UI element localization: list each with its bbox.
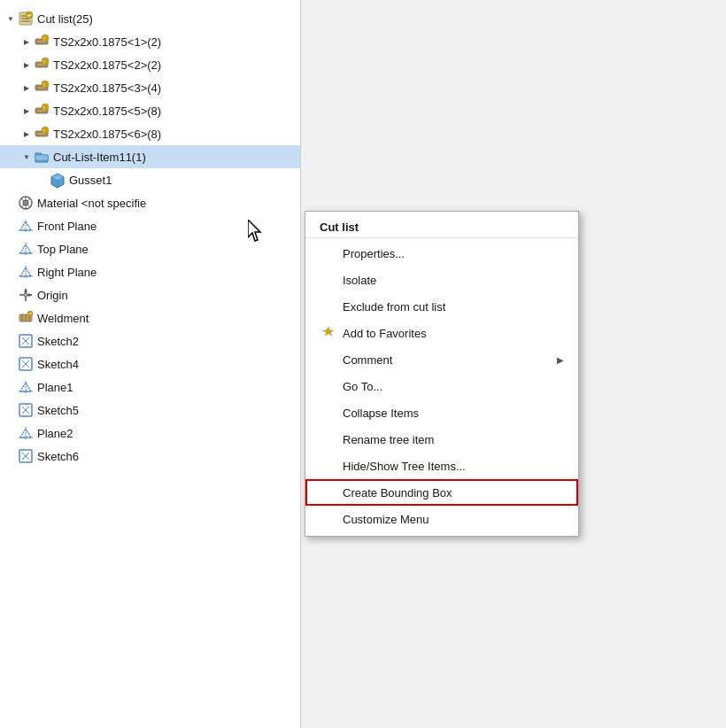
svg-line-34 xyxy=(27,205,30,207)
tree-item-label: Origin xyxy=(37,289,68,302)
expand-arrow xyxy=(5,267,16,277)
tube-icon: ! xyxy=(34,80,50,96)
menu-item-label: Create Bounding Box xyxy=(343,486,564,500)
tree-item-label: Sketch6 xyxy=(37,450,79,463)
tree-item-front-plane[interactable]: Front Plane xyxy=(0,214,300,237)
tree-item-label: TS2x2x0.1875<2>(2) xyxy=(53,58,161,72)
tree-item-material[interactable]: Material <not specifie xyxy=(0,191,300,214)
tree-item-ts3[interactable]: ▶ ! TS2x2x0.1875<3>(4) xyxy=(0,76,300,99)
tree-item-cutitem11[interactable]: ▼ Cut-List-Item11(1) xyxy=(0,145,300,168)
svg-line-31 xyxy=(27,198,30,201)
weldment-icon xyxy=(18,310,34,326)
expand-arrow[interactable]: ▼ xyxy=(5,13,16,24)
tree-item-label: Front Plane xyxy=(37,220,97,233)
tree-item-plane1[interactable]: Plane1 xyxy=(0,376,300,399)
tree-item-weldment[interactable]: Weldment xyxy=(0,306,300,329)
menu-item-goto[interactable]: Go To... xyxy=(305,373,578,399)
expand-arrow xyxy=(5,290,16,300)
menu-item-isolate[interactable]: Isolate xyxy=(305,267,578,293)
menu-icon-empty xyxy=(320,351,337,368)
tree-item-sketch4[interactable]: Sketch4 xyxy=(0,352,300,376)
tree-item-ts6[interactable]: ▶ ! TS2x2x0.1875<6>(8) xyxy=(0,122,300,145)
tree-item-origin[interactable]: Origin xyxy=(0,283,300,306)
tree-item-plane2[interactable]: Plane2 xyxy=(0,422,300,445)
tree-item-sketch5[interactable]: Sketch5 xyxy=(0,399,300,422)
menu-icon-empty xyxy=(320,430,337,448)
context-menu: Cut list Properties...IsolateExclude fro… xyxy=(305,211,579,537)
tree-item-ts5[interactable]: ▶ ! TS2x2x0.1875<5>(8) xyxy=(0,99,300,122)
expand-arrow[interactable]: ▶ xyxy=(21,82,32,93)
expand-arrow xyxy=(5,428,16,438)
menu-item-customize[interactable]: Customize Menu xyxy=(305,506,578,532)
expand-arrow xyxy=(5,221,16,231)
plane-icon xyxy=(18,264,34,280)
menu-item-label: Rename tree item xyxy=(343,433,564,446)
expand-arrow xyxy=(5,197,16,208)
menu-icon-empty xyxy=(320,271,337,289)
menu-item-label: Exclude from cut list xyxy=(343,300,564,314)
expand-arrow xyxy=(5,359,16,369)
expand-arrow xyxy=(5,244,16,254)
menu-item-label: Go To... xyxy=(343,380,564,393)
menu-icon-empty xyxy=(320,484,337,501)
menu-item-comment[interactable]: Comment▶ xyxy=(305,346,578,373)
tree-item-ts1[interactable]: ▶ ! TS2x2x0.1875<1>(2) xyxy=(0,30,300,53)
submenu-arrow-icon: ▶ xyxy=(557,355,564,365)
expand-arrow[interactable]: ▶ xyxy=(21,105,32,116)
tree-item-sketch2[interactable]: Sketch2 xyxy=(0,329,300,352)
menu-item-label: Isolate xyxy=(343,274,564,287)
material-icon xyxy=(18,195,34,211)
tree-item-top-plane[interactable]: Top Plane xyxy=(0,237,300,260)
tube-icon: ! xyxy=(34,57,50,73)
tree-item-cut-list[interactable]: ▼ Cut list(25) xyxy=(0,7,300,30)
tree-item-label: Sketch4 xyxy=(37,358,79,371)
tree-item-sketch6[interactable]: Sketch6 xyxy=(0,445,300,468)
expand-arrow xyxy=(5,451,16,461)
tree-item-label: Cut-List-Item11(1) xyxy=(53,151,146,164)
tree-item-label: Material <not specifie xyxy=(37,197,146,210)
expand-arrow[interactable]: ▶ xyxy=(21,36,32,47)
expand-arrow xyxy=(37,174,48,185)
menu-item-collapse[interactable]: Collapse Items xyxy=(305,399,578,426)
cube-blue-icon xyxy=(50,172,66,188)
svg-point-4 xyxy=(26,12,33,19)
menu-icon-empty xyxy=(320,510,337,528)
expand-arrow xyxy=(5,313,16,323)
tree-item-gusset1[interactable]: Gusset1 xyxy=(0,168,300,191)
menu-item-label: Properties... xyxy=(343,247,564,260)
origin-icon xyxy=(18,287,34,303)
svg-marker-45 xyxy=(28,293,32,297)
svg-marker-44 xyxy=(24,289,27,292)
folder-blue-icon xyxy=(34,149,50,165)
expand-arrow[interactable]: ▶ xyxy=(21,59,32,70)
tree-item-label: TS2x2x0.1875<1>(2) xyxy=(53,35,161,49)
tree-item-label: Plane2 xyxy=(37,427,73,440)
tube-icon: ! xyxy=(34,126,50,142)
menu-icon-empty xyxy=(320,457,337,475)
menu-item-properties[interactable]: Properties... xyxy=(305,240,578,267)
expand-arrow xyxy=(5,405,16,415)
menu-item-favorites[interactable]: Add to Favorites xyxy=(305,320,578,346)
tree-item-label: Top Plane xyxy=(37,243,89,256)
menu-item-rename[interactable]: Rename tree item xyxy=(305,426,578,453)
menu-icon-empty xyxy=(320,404,337,422)
context-menu-title: Cut list xyxy=(305,215,578,238)
tree-item-label: Gusset1 xyxy=(69,174,112,187)
menu-item-hideshow[interactable]: Hide/Show Tree Items... xyxy=(305,453,578,479)
cutlist-icon xyxy=(18,11,34,27)
menu-item-exclude[interactable]: Exclude from cut list xyxy=(305,293,578,320)
menu-item-label: Customize Menu xyxy=(343,513,564,526)
sketch-icon xyxy=(18,448,34,464)
menu-item-bounding-box[interactable]: Create Bounding Box xyxy=(305,479,578,506)
sketch-icon xyxy=(18,333,34,349)
plane-icon xyxy=(18,425,34,441)
expand-arrow[interactable]: ▼ xyxy=(21,151,32,162)
expand-arrow[interactable]: ▶ xyxy=(21,128,32,139)
menu-item-label: Add to Favorites xyxy=(343,327,564,340)
expand-arrow xyxy=(5,382,16,392)
tree-item-ts2[interactable]: ▶ ! TS2x2x0.1875<2>(2) xyxy=(0,53,300,76)
tree-item-right-plane[interactable]: Right Plane xyxy=(0,260,300,283)
tree-item-label: TS2x2x0.1875<3>(4) xyxy=(53,81,161,95)
expand-arrow xyxy=(5,336,16,346)
svg-point-47 xyxy=(25,294,27,296)
